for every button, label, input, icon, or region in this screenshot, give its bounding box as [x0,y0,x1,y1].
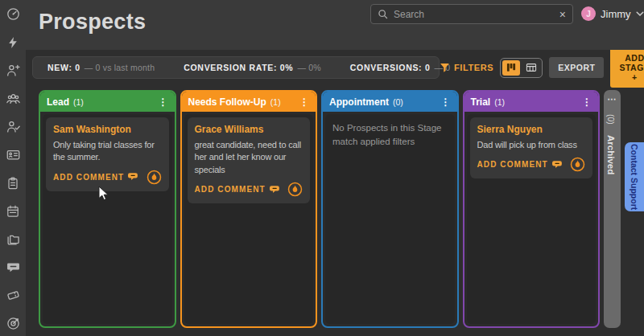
search-clear-icon[interactable]: × [559,9,566,20]
filters-label: FILTERS [454,63,493,72]
user-name: Jimmy [601,8,631,20]
prospect-card[interactable]: Sam Washington Only taking trial classes… [46,117,169,191]
toolbar-actions: FILTERS EXPORT ADD STAGE + [440,47,644,88]
funnel-icon [440,63,450,73]
stage-card-list: Grace Williams great candidate, need to … [184,114,314,324]
lightning-bolt-icon[interactable] [6,35,20,49]
stage-title: Lead [47,96,69,108]
filters-button[interactable]: FILTERS [440,63,493,73]
stat-conversion-rate-delta: — 0% [297,63,320,72]
calendar-icon[interactable] [6,204,20,218]
export-button[interactable]: EXPORT [549,57,604,78]
add-comment-label: ADD COMMENT [195,185,266,194]
prospect-card[interactable]: Sierra Nguyen Dad will pick up from clas… [470,117,593,178]
stage-title: Appointment [329,96,389,108]
stage-column-lead: Lead (1) ⋮ Sam Washington Only taking tr… [39,90,176,328]
stage-count: (0) [393,97,403,107]
stage-title: Needs Follow-Up [188,96,266,108]
stage-count: (1) [73,97,84,107]
toolbar-row: NEW: 0 — 0 vs last month CONVERSION RATE… [32,56,623,79]
stage-menu-icon[interactable]: ⋮ [441,97,451,107]
stage-column-appointment: Appointment (0) ⋮ No Prospects in this S… [321,90,459,328]
hot-rating-icon[interactable] [570,157,585,172]
folders-icon[interactable] [6,232,20,246]
kanban-view-button[interactable] [502,60,520,76]
ticket-icon[interactable] [6,289,20,302]
add-comment-button[interactable]: ADD COMMENT [195,185,280,195]
page-title: Prospects [39,10,146,35]
stage-count: (1) [270,97,281,107]
stage-title: Trial [471,96,491,108]
stage-header-appointment: Appointment (0) ⋮ [323,92,457,112]
card-footer: ADD COMMENT [477,157,586,172]
stage-column-needs-follow-up: Needs Follow-Up (1) ⋮ Grace Williams gre… [180,90,318,328]
stage-header-trial: Trial (1) ⋮ [464,92,599,112]
add-comment-label: ADD COMMENT [477,160,548,169]
add-stage-button[interactable]: ADD STAGE + [610,47,644,88]
stage-header-lead: Lead (1) ⋮ [40,92,175,112]
top-header: Prospects × J Jimmy [26,0,644,50]
prospect-name: Grace Williams [195,124,303,135]
user-menu[interactable]: J Jimmy [581,6,644,21]
view-toggle [500,58,543,78]
prospect-note: Only taking trial classes for the summer… [53,139,162,164]
stage-card-list: Sierra Nguyen Dad will pick up from clas… [467,114,597,324]
stat-new: NEW: 0 — 0 vs last month [47,63,155,72]
search-icon [378,9,388,19]
comment-bubble-icon [128,172,138,182]
archived-title: Archived [606,135,616,174]
hot-rating-icon[interactable] [287,182,303,197]
empty-stage-message: No Prospects in this Stage match applied… [328,117,452,152]
main-content: NEW: 0 — 0 vs last month CONVERSION RATE… [26,50,644,336]
stage-column-archived-collapsed[interactable]: ⋯ (0) Archived [604,90,621,328]
avatar: J [581,6,596,21]
target-goal-icon[interactable] [6,317,20,330]
add-comment-label: ADD COMMENT [53,173,124,182]
prospect-note: great candidate, need to call her and le… [195,139,303,176]
table-view-button[interactable] [522,60,540,76]
card-footer: ADD COMMENT [195,182,303,197]
stat-new-value: NEW: 0 [47,63,80,72]
archived-count: (0) [606,114,616,125]
comment-bubble-icon [552,160,563,170]
stage-card-list: Sam Washington Only taking trial classes… [43,114,172,324]
stage-column-trial: Trial (1) ⋮ Sierra Nguyen Dad will pick … [463,90,601,328]
stats-bar: NEW: 0 — 0 vs last month CONVERSION RATE… [32,56,440,79]
chevron-down-icon [636,11,644,17]
dashboard-gauge-icon[interactable] [6,7,20,21]
person-check-icon[interactable] [6,120,20,133]
prospect-name: Sierra Nguyen [477,124,586,135]
stat-conversions-value: CONVERSIONS: 0 [350,63,431,72]
stage-menu-icon[interactable]: ⋮ [582,97,592,107]
stat-conversions: CONVERSIONS: 0 — 0 [350,63,451,72]
card-footer: ADD COMMENT [53,170,162,185]
search-input[interactable] [394,9,554,20]
prospect-note: Dad will pick up from class [477,139,586,151]
hot-rating-icon[interactable] [147,170,162,185]
stage-count: (1) [494,97,505,107]
stage-menu-icon[interactable]: ⋮ [159,97,168,107]
stage-menu-icon[interactable]: ⋮ [299,97,309,107]
comment-bubble-icon [270,185,280,195]
add-comment-button[interactable]: ADD COMMENT [477,160,563,170]
chat-bubble-icon[interactable] [6,260,20,274]
add-comment-button[interactable]: ADD COMMENT [53,172,138,182]
prospect-name: Sam Washington [53,124,162,135]
archived-label: (0) Archived [607,114,618,175]
contact-support-tab[interactable]: Contact Support [625,142,644,211]
nav-sidebar [0,0,26,336]
prospect-card[interactable]: Grace Williams great candidate, need to … [188,117,311,203]
contact-support-label: Contact Support [630,144,639,210]
id-card-icon[interactable] [6,148,20,162]
clipboard-icon[interactable] [6,176,20,190]
kanban-board: Lead (1) ⋮ Sam Washington Only taking tr… [39,90,621,328]
people-group-icon[interactable] [6,92,20,105]
search-bar[interactable]: × [370,4,573,24]
stat-conversion-rate: CONVERSION RATE: 0% — 0% [184,63,321,72]
stat-new-delta: — 0 vs last month [85,63,155,72]
stage-card-list: No Prospects in this Stage match applied… [325,114,455,324]
stage-menu-icon[interactable]: ⋯ [604,94,621,104]
stage-header-needs-follow-up: Needs Follow-Up (1) ⋮ [182,92,316,112]
add-person-icon[interactable] [6,64,20,77]
stat-conversion-rate-value: CONVERSION RATE: 0% [184,63,293,72]
